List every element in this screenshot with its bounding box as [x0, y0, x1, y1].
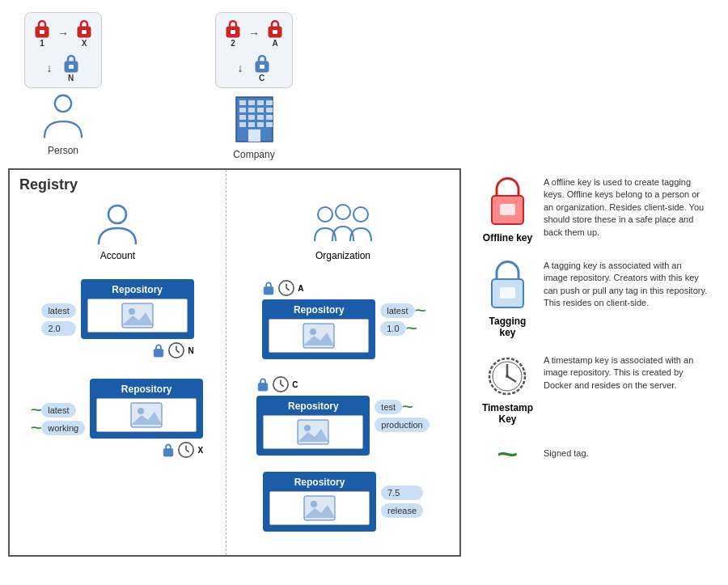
tagging-lock-r1-icon [262, 280, 275, 296]
svg-point-75 [506, 375, 509, 378]
image-icon-2 [130, 402, 163, 428]
tag-10-wavy-r1: 1.0 ~ [380, 321, 424, 336]
legend-panel: Offline key A offline key is used to cre… [469, 168, 720, 557]
key-n-badge-1: N [188, 346, 193, 355]
signed-tag-wavy-icon: ~ [497, 441, 518, 467]
tag-75: 7.5 [381, 485, 423, 500]
legend-signed-tag: ~ Signed tag. [481, 441, 708, 467]
repo1-keys: N [81, 341, 194, 359]
tag-latest-2: latest [41, 403, 75, 418]
signed-tag-legend-title: Signed tag. [544, 448, 589, 458]
repo-title-r1: Repository [269, 304, 369, 316]
tag-latest-wavy-r1: latest ~ [380, 303, 424, 318]
repo-image-1 [87, 299, 188, 333]
tag-test: test [375, 400, 402, 414]
svg-rect-28 [248, 122, 255, 127]
clock-r2-icon [272, 375, 290, 393]
person-label: Person [48, 145, 78, 156]
org-icon [313, 202, 374, 247]
svg-rect-18 [266, 100, 273, 105]
svg-point-55 [310, 329, 316, 335]
arrow-icon: → [57, 27, 69, 40]
svg-rect-25 [257, 115, 264, 120]
repo-r2-keys-top: C [256, 375, 370, 393]
tagging-lock-c-icon [253, 53, 271, 74]
company-label: Company [233, 149, 274, 160]
tag-production-wavy-r2: production [375, 418, 429, 432]
tagging-key-legend-icon [485, 260, 530, 312]
wavy-r1-icon: ~ [414, 303, 425, 318]
tag-10: 1.0 [380, 321, 405, 336]
repo-card-r3: Repository [263, 472, 376, 532]
svg-rect-20 [248, 108, 255, 112]
tagging-key-legend-title: Tagging key [481, 316, 534, 338]
company-icon [232, 93, 277, 146]
repo-right-2-container: C Repository [235, 375, 451, 456]
repo-right-1-container: A Repository [235, 279, 451, 359]
keyX-label: X [82, 39, 87, 48]
wavy-working-icon: ~ [31, 421, 42, 435]
tag-test-wavy-r2: test ~ [375, 400, 429, 414]
svg-point-48 [336, 205, 350, 219]
legend-signed-tag-icon-block: ~ [481, 441, 534, 467]
tag-working-2: working [41, 421, 85, 435]
key1-label: 1 [40, 39, 44, 48]
clock-r1-icon [277, 279, 295, 297]
svg-rect-26 [266, 115, 273, 120]
registry-title: Registry [19, 176, 78, 193]
legend-tagging-key: Tagging key A tagging key is associated … [481, 260, 708, 338]
svg-line-39 [176, 350, 180, 353]
tag-latest-1: latest [41, 303, 75, 318]
tagging-lock-repo1-icon [152, 342, 165, 358]
timestamp-key-desc-block: A timestamp key is associated with an im… [544, 354, 708, 392]
svg-rect-19 [239, 108, 246, 112]
image-icon-r3 [303, 495, 336, 521]
key2-label: 2 [231, 39, 235, 48]
svg-rect-3 [82, 30, 87, 34]
tags-left-2: ~ latest ~ working [32, 403, 85, 435]
offline-key-legend-title: Offline key [483, 232, 532, 244]
svg-rect-17 [257, 100, 264, 105]
repo-card-2: Repository [90, 379, 203, 459]
wavy-test-icon: ~ [402, 400, 413, 414]
tags-right-2: test ~ production [375, 400, 429, 432]
svg-point-34 [129, 308, 135, 315]
svg-point-49 [353, 207, 368, 222]
clock-repo1-icon [167, 341, 185, 359]
offline-key-desc-block: A offline key is used to create tagging … [544, 176, 708, 239]
person-icon [39, 93, 87, 142]
legend-offline-key: Offline key A offline key is used to cre… [481, 176, 708, 244]
offline-key-legend-icon [485, 176, 530, 229]
svg-rect-23 [239, 115, 246, 120]
keyC-label: C [259, 74, 265, 83]
svg-rect-30 [266, 122, 273, 127]
tag-release: release [381, 503, 423, 518]
tagging-key-desc-block: A tagging key is associated with an imag… [544, 260, 708, 310]
offline-lock-2-icon [224, 18, 242, 39]
svg-rect-12 [260, 65, 265, 69]
clock-repo2-icon [177, 441, 195, 459]
svg-rect-5 [69, 65, 74, 69]
svg-rect-70 [500, 287, 515, 299]
offline-lock-1-icon [33, 18, 51, 39]
svg-rect-68 [500, 204, 515, 215]
svg-point-47 [318, 207, 332, 222]
repo-right-3-container: Repository 7.5 release [235, 472, 451, 532]
registry-box: Registry Account latest 2.0 Reposit [8, 168, 461, 557]
company-key-bubble: 2 → A ↓ [215, 12, 293, 88]
svg-rect-27 [239, 122, 246, 127]
image-icon-1 [121, 303, 154, 329]
svg-rect-57 [259, 384, 269, 391]
repo-card-r1: A Repository [262, 279, 375, 359]
svg-point-65 [311, 501, 317, 507]
down-arrow-icon: ↓ [47, 61, 53, 74]
tagging-lock-repo2-icon [162, 442, 175, 458]
person-key-bubble: 1 → X ↓ [24, 12, 102, 88]
svg-rect-22 [266, 108, 273, 112]
registry-right-pane: Organization A [226, 170, 459, 555]
key-c-badge: C [292, 380, 298, 389]
org-figure: Organization [313, 202, 374, 261]
svg-point-32 [108, 206, 126, 223]
company-figure: 2 → A ↓ [215, 12, 293, 160]
timestamp-key-legend-title: Timestamp Key [481, 402, 534, 425]
